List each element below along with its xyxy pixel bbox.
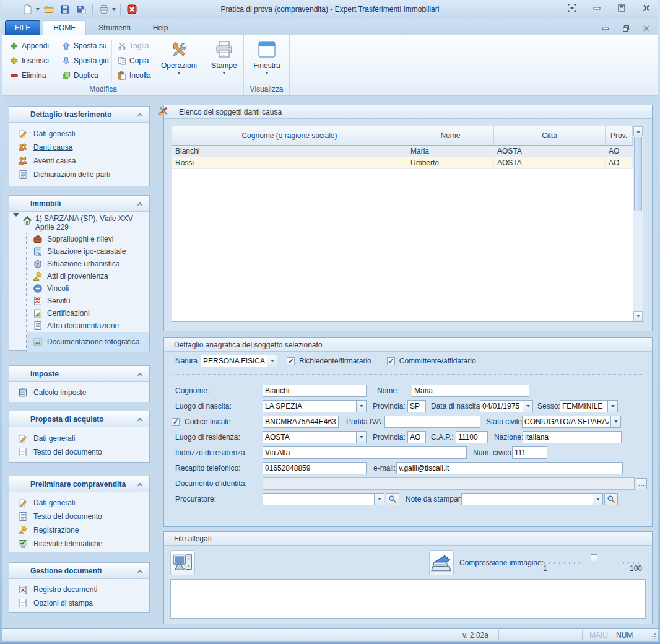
nazione-field[interactable] <box>523 431 622 443</box>
stampe-button[interactable]: Stampe <box>206 37 243 85</box>
mdi-minimize-button[interactable] <box>600 23 610 33</box>
scroll-down-button[interactable] <box>633 311 643 321</box>
sidebar-item-preliminare-dati-generali[interactable]: Dati generali <box>9 496 149 510</box>
procuratore-value[interactable] <box>263 493 374 505</box>
appendi-button[interactable]: Appendi <box>7 39 51 53</box>
operazioni-button[interactable]: Operazioni <box>156 37 202 85</box>
committente-checkbox[interactable] <box>387 357 395 365</box>
print-dropdown-caret[interactable] <box>112 8 116 11</box>
tree-item-urbanistica[interactable]: Situazione urbanistica <box>27 258 149 270</box>
browse-documento-button[interactable]: ... <box>636 478 647 489</box>
provincia-residenza-field[interactable] <box>407 431 426 443</box>
table-row[interactable]: Rossi Umberto AOSTA AO <box>172 157 633 169</box>
tree-root-immobile[interactable]: 1) SARZANA (SP), Viale XXV Aprile 229 <box>9 212 149 233</box>
copia-button[interactable]: Copia <box>115 54 151 67</box>
dropdown-button[interactable] <box>593 493 603 505</box>
sidebar-item-proposta-dati-generali[interactable]: Dati generali <box>9 432 149 445</box>
scan-button[interactable] <box>429 550 454 575</box>
mdi-close-button[interactable] <box>641 23 651 33</box>
column-header-nome[interactable]: Nome <box>407 126 494 145</box>
incolla-button[interactable]: Incolla <box>115 69 154 82</box>
tree-item-altra-documentazione[interactable]: Altra documentazione <box>27 320 149 332</box>
inserisci-button[interactable]: Inserisci <box>7 54 51 67</box>
telefono-field[interactable] <box>263 462 367 474</box>
save-as-button[interactable] <box>74 2 88 16</box>
indirizzo-field[interactable] <box>263 446 467 459</box>
tree-item-certificazioni[interactable]: Certificazioni <box>27 307 149 320</box>
compression-slider[interactable]: 1 100 <box>543 553 642 574</box>
cap-field[interactable] <box>456 431 488 443</box>
close-button[interactable] <box>641 2 651 13</box>
minimize-button[interactable] <box>591 2 602 13</box>
taglia-button[interactable]: Taglia <box>115 39 151 53</box>
sidebar-item-dichiarazioni[interactable]: Dichiarazioni delle parti <box>9 168 149 181</box>
sposta-su-button[interactable]: Sposta su <box>59 39 109 53</box>
dropdown-button[interactable] <box>356 431 367 443</box>
finestra-button[interactable]: Finestra <box>246 37 287 85</box>
tree-item-servitu[interactable]: Servitù <box>27 295 149 307</box>
import-file-button[interactable] <box>170 550 195 575</box>
elimina-button[interactable]: Elimina <box>7 69 48 82</box>
new-document-dropdown-caret[interactable] <box>36 8 40 11</box>
email-field[interactable] <box>396 462 623 474</box>
stato-civile-value[interactable] <box>522 416 610 428</box>
richiedente-checkbox[interactable] <box>287 357 295 365</box>
nome-field[interactable] <box>412 385 529 397</box>
sidebar-item-dati-generali[interactable]: Dati generali <box>9 127 149 141</box>
scroll-up-button[interactable] <box>633 126 643 136</box>
tree-item-sopralluoghi[interactable]: Sopralluoghi e rilievi <box>27 233 149 245</box>
note-stampare-value[interactable] <box>461 493 593 505</box>
attachments-list[interactable] <box>170 579 646 619</box>
luogo-residenza-value[interactable] <box>263 431 356 443</box>
panel-header-proposta[interactable]: Proposta di acquisto <box>9 411 149 427</box>
tab-strumenti[interactable]: Strumenti <box>89 21 140 35</box>
codice-fiscale-field[interactable] <box>263 416 339 428</box>
column-header-cognome[interactable]: Cognome (o ragione sociale) <box>172 126 407 145</box>
print-button[interactable] <box>97 2 111 16</box>
natura-dropdown-button[interactable] <box>267 355 277 367</box>
sidebar-item-ricevute-telematiche[interactable]: Ricevute telematiche <box>9 537 149 550</box>
partita-iva-field[interactable] <box>384 416 480 428</box>
sesso-value[interactable] <box>560 400 607 412</box>
tree-item-ipo-catastale[interactable]: Situazione ipo-catastale <box>27 245 149 258</box>
fullscreen-button[interactable] <box>567 2 577 13</box>
tab-help[interactable]: Help <box>143 21 178 35</box>
dropdown-button[interactable] <box>607 400 618 412</box>
panel-header-gestione-documenti[interactable]: Gestione documenti <box>9 563 149 579</box>
save-button[interactable] <box>58 2 72 16</box>
tools-icon[interactable] <box>158 106 168 116</box>
cognome-field[interactable] <box>263 385 367 397</box>
sidebar-item-registro-documenti[interactable]: Registro documenti <box>9 583 149 596</box>
sidebar-item-aventi-causa[interactable]: Aventi causa <box>9 154 149 168</box>
tree-item-atti-provenienza[interactable]: Atti di provenienza <box>27 270 149 282</box>
dropdown-button[interactable] <box>356 400 367 412</box>
panel-header-dettaglio-trasferimento[interactable]: Dettaglio trasferimento <box>9 107 149 123</box>
sidebar-item-registrazione[interactable]: Registrazione <box>9 523 149 537</box>
tab-home[interactable]: HOME <box>43 20 86 35</box>
note-search-button[interactable] <box>604 493 618 505</box>
duplica-button[interactable]: Duplica <box>59 69 101 82</box>
tree-item-vincoli[interactable]: Vincoli <box>27 282 149 295</box>
column-header-prov[interactable]: Prov. <box>606 126 633 145</box>
sidebar-item-preliminare-testo[interactable]: Testo del documento <box>9 510 149 523</box>
dropdown-button[interactable] <box>523 400 533 412</box>
new-document-button[interactable] <box>21 2 35 16</box>
sidebar-item-danti-causa[interactable]: Danti causa <box>9 141 149 154</box>
panel-header-preliminare[interactable]: Preliminare compravendita <box>9 476 149 492</box>
open-button[interactable] <box>42 2 56 16</box>
provincia-nascita-field[interactable] <box>407 400 426 412</box>
natura-value[interactable] <box>201 355 267 367</box>
resize-grip[interactable] <box>650 633 656 639</box>
sidebar-item-proposta-testo[interactable]: Testo del documento <box>9 445 149 459</box>
documento-identita-field[interactable] <box>263 477 635 490</box>
panel-header-imposte[interactable]: Imposte <box>9 366 149 382</box>
num-civico-field[interactable] <box>512 446 547 459</box>
procuratore-search-button[interactable] <box>386 493 399 505</box>
tree-item-documentazione-fotografica[interactable]: Documentazione fotografica <box>27 332 149 352</box>
sidebar-item-opzioni-stampa[interactable]: Opzioni di stampa <box>9 596 149 610</box>
luogo-nascita-value[interactable] <box>263 400 356 412</box>
vertical-scrollbar[interactable] <box>633 126 643 321</box>
maximize-button[interactable] <box>616 2 627 13</box>
dropdown-button[interactable] <box>374 493 384 505</box>
panel-header-immobili[interactable]: Immobili <box>9 196 149 212</box>
